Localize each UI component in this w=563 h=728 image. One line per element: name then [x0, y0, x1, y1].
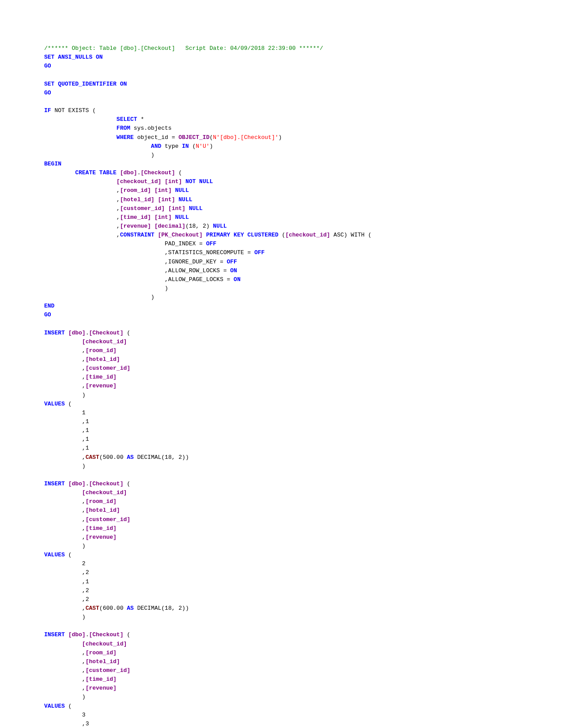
allow-row-on: ON: [230, 267, 237, 274]
table-name-1: [117, 169, 120, 176]
col-room-id: [room_id]: [120, 187, 151, 194]
col-room-id-type: [int]: [155, 187, 172, 194]
allow-page-on: ON: [234, 276, 241, 283]
null-1: [172, 187, 175, 194]
pk-checkout-name: [PK_Checkout]: [158, 232, 202, 238]
insert1-open: (: [123, 330, 130, 336]
null-kw-5: NULL: [213, 223, 227, 229]
insert2-comma5: ,: [82, 534, 86, 540]
values3-open: (: [65, 703, 72, 709]
code-editor: /****** Object: Table [dbo].[Checkout] S…: [44, 35, 563, 728]
insert3-comma3: ,: [82, 667, 86, 674]
insert1-keyword: INSERT: [44, 330, 65, 336]
from-keyword: FROM: [117, 125, 130, 131]
in-keyword: IN: [182, 143, 189, 150]
insert3-col5: [time_id]: [86, 676, 117, 683]
go-keyword-2: GO: [44, 90, 51, 96]
col-revenue-sp: [151, 223, 155, 229]
constraint-kw: CONSTRAINT: [120, 232, 155, 238]
col-revenue-type: [decimal]: [155, 223, 185, 229]
select-star: *: [137, 116, 144, 123]
val1-cast-comma: ,: [82, 454, 86, 461]
go-keyword-1: GO: [44, 63, 51, 69]
pad-index-off: OFF: [206, 240, 216, 247]
paren-close-1: ): [279, 134, 282, 141]
insert3-comma2: ,: [82, 658, 86, 665]
select-keyword: SELECT: [117, 116, 137, 123]
insert3-col3: [hotel_id]: [86, 658, 120, 665]
decimal1-type: DECIMAL(18, 2)): [134, 454, 189, 461]
allow-page-label: ALLOW_PAGE_LOCKS =: [168, 276, 234, 283]
comma-room: ,: [117, 187, 120, 194]
not-exists-plain: NOT EXISTS (: [51, 107, 96, 114]
pad-index-label: PAD_INDEX =: [165, 240, 206, 247]
values2-close: ): [82, 614, 86, 620]
cast-keyword-2: CAST: [86, 605, 99, 612]
insert1-col1: [checkout_id]: [82, 338, 127, 345]
insert1-close: ): [82, 392, 86, 398]
null-kw-3: NULL: [189, 205, 203, 212]
col-checkout-id: [checkout_id]: [117, 178, 161, 185]
comma-allow-page: ,: [165, 276, 168, 283]
insert1-col3: [hotel_id]: [86, 356, 120, 363]
insert2-col4: [customer_id]: [86, 516, 130, 523]
insert2-close: ): [82, 543, 86, 549]
type-close: ): [210, 143, 213, 150]
null-kw-1: NULL: [175, 187, 189, 194]
comma-hotel: ,: [117, 196, 120, 203]
create-table-close: ): [151, 294, 155, 300]
col-time-id: [time_id]: [120, 214, 151, 221]
insert3-col6: [revenue]: [86, 685, 117, 691]
end-keyword: END: [44, 303, 54, 309]
insert3-keyword: INSERT: [44, 631, 65, 638]
col-time-id-sp: [151, 214, 155, 221]
comma-customer: ,: [117, 205, 120, 212]
insert3-comma5: ,: [82, 685, 86, 691]
table-checkout-name: [Checkout]: [140, 169, 175, 176]
insert2-comma4: ,: [82, 525, 86, 532]
type-string: N'U': [196, 143, 209, 150]
insert1-comma5: ,: [82, 383, 86, 389]
insert1-checkout: [Checkout]: [89, 330, 123, 336]
insert2-col1: [checkout_id]: [82, 489, 127, 496]
ignore-dup-label: IGNORE_DUP_KEY =: [168, 259, 227, 265]
comma-allow-row: ,: [165, 267, 168, 274]
cast-keyword-1: CAST: [86, 454, 99, 461]
comma-ignore: ,: [165, 259, 168, 265]
insert2-comma1: ,: [82, 498, 86, 505]
values2-keyword: VALUES: [44, 552, 65, 558]
primary-key-kw: PRIMARY KEY CLUSTERED: [206, 232, 279, 238]
val2-2: ,2: [82, 569, 89, 576]
val3-1: 3: [82, 712, 86, 718]
values1-open: (: [65, 401, 72, 407]
val2-cast-comma: ,: [82, 605, 86, 612]
col-revenue: [revenue]: [120, 223, 151, 229]
insert2-col6: [revenue]: [86, 534, 117, 540]
values3-keyword: VALUES: [44, 703, 65, 709]
col-checkout-id-type: [int]: [165, 178, 182, 185]
insert1-table: [65, 330, 68, 336]
as-keyword-2: AS: [127, 605, 134, 612]
object-id-string: N'[dbo].[Checkout]': [213, 134, 278, 141]
cast2-open: (600.00: [99, 605, 127, 612]
type-value: (: [189, 143, 196, 150]
col-hotel-id-type: [int]: [158, 196, 175, 203]
where-keyword: WHERE: [117, 134, 134, 141]
insert2-col2: [room_id]: [86, 498, 117, 505]
constraint-rest: [203, 232, 206, 238]
sys-objects: sys.objects: [130, 125, 172, 131]
insert1-col4: [customer_id]: [86, 365, 130, 372]
insert2-checkout: [Checkout]: [89, 480, 123, 487]
insert3-table: [65, 631, 68, 638]
allow-row-label: ALLOW_ROW_LOCKS =: [168, 267, 230, 274]
insert1-comma1: ,: [82, 347, 86, 354]
insert3-comma4: ,: [82, 676, 86, 683]
insert3-open: (: [123, 631, 130, 638]
cast1-open: (500.00: [99, 454, 127, 461]
val1-1: 1: [82, 409, 86, 416]
pk-asc: ASC) WITH (: [330, 232, 372, 238]
col-customer-id-sp: [165, 205, 168, 212]
insert3-col4: [customer_id]: [86, 667, 130, 674]
insert2-dbo: [dbo]: [68, 480, 86, 487]
where-obj-id: object_id =: [134, 134, 178, 141]
